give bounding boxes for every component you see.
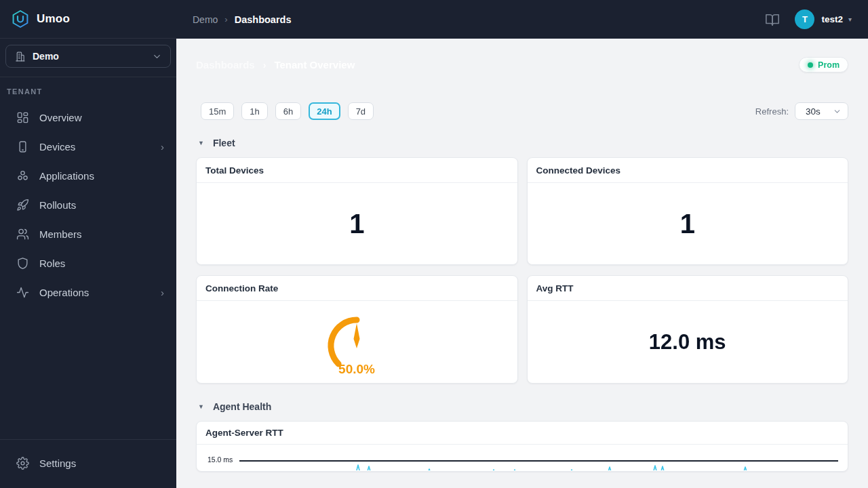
card-connection-rate: Connection Rate 50.0%: [196, 275, 518, 384]
datasource-badge: Prom: [799, 57, 848, 73]
card-body: 12.0 ms: [528, 301, 848, 383]
chevron-right-icon: ›: [161, 287, 164, 298]
card-title: Agent-Server RTT: [197, 422, 848, 445]
topbar: Demo › Dashboards T test2 ▾: [176, 0, 868, 39]
card-avg-rtt: Avg RTT 12.0 ms: [527, 275, 849, 384]
section-agent-health[interactable]: ▼ Agent Health: [196, 401, 848, 412]
sidebar-item-rollouts[interactable]: Rollouts: [0, 190, 176, 220]
user-name[interactable]: test2: [821, 14, 843, 24]
user-avatar[interactable]: T: [795, 9, 814, 29]
rtt-spark-path: [197, 465, 848, 470]
card-connected-devices: Connected Devices 1: [527, 157, 849, 265]
total-devices-value: 1: [349, 209, 364, 239]
breadcrumb-current: Dashboards: [235, 14, 292, 25]
collapse-triangle-icon[interactable]: ▼: [198, 403, 204, 410]
workspace-label: Demo: [33, 51, 145, 62]
sidebar-footer: Settings: [0, 439, 176, 488]
workspace-section: Demo: [0, 39, 176, 77]
tenant-section-label: TENANT: [0, 77, 176, 99]
users-icon: [16, 228, 30, 241]
docs-book-icon[interactable]: [765, 12, 780, 27]
boxes-icon: [16, 169, 30, 183]
time-range-15m[interactable]: 15m: [201, 102, 234, 120]
section-title: Fleet: [213, 138, 235, 148]
dashboard-grid-icon: [16, 111, 30, 125]
toolbar: 15m 1h 6h 24h 7d Refresh: 30s: [196, 102, 848, 120]
time-range-1h[interactable]: 1h: [241, 102, 267, 120]
card-body: 50.0%: [197, 301, 517, 383]
page-breadcrumb-parent[interactable]: Dashboards: [196, 59, 255, 70]
card-body: 1: [197, 183, 517, 264]
logo-row: Umoo: [0, 0, 176, 39]
sidebar-item-label: Operations: [39, 287, 151, 298]
card-title: Connection Rate: [197, 276, 517, 301]
gauge-needle: [354, 323, 360, 348]
refresh-control: Refresh: 30s: [755, 102, 848, 120]
rtt-line-chart: [197, 445, 848, 470]
datasource-badge-label: Prom: [818, 60, 840, 70]
connected-devices-value: 1: [680, 209, 695, 239]
sidebar-item-label: Applications: [39, 170, 164, 182]
time-range-7d[interactable]: 7d: [348, 102, 374, 120]
sidebar-item-label: Devices: [39, 141, 151, 152]
sidebar-item-operations[interactable]: Operations ›: [0, 278, 176, 307]
avg-rtt-value: 12.0 ms: [649, 330, 726, 354]
gauge-value: 50.0%: [338, 362, 375, 376]
time-range-6h[interactable]: 6h: [275, 102, 301, 120]
gear-icon: [16, 457, 30, 470]
app-title: Umoo: [37, 12, 70, 26]
refresh-interval-select[interactable]: 30s: [795, 102, 848, 120]
time-range-24h[interactable]: 24h: [309, 102, 340, 120]
sidebar-item-label: Settings: [39, 458, 164, 469]
activity-icon: [16, 286, 30, 300]
fleet-card-grid: Total Devices 1 Connected Devices 1 Conn…: [196, 157, 848, 384]
sidebar-item-settings[interactable]: Settings: [0, 449, 176, 478]
umoo-logo-icon: [12, 10, 29, 28]
sidebar-item-devices[interactable]: Devices ›: [0, 132, 176, 161]
sidebar-item-label: Roles: [39, 258, 164, 269]
sidebar-item-roles[interactable]: Roles: [0, 249, 176, 278]
connection-rate-gauge: 50.0%: [313, 306, 401, 378]
card-body: 1: [528, 183, 848, 264]
rtt-chart-area: 15.0 ms: [197, 445, 848, 470]
refresh-interval-value: 30s: [806, 106, 833, 117]
card-total-devices: Total Devices 1: [196, 157, 518, 265]
page-breadcrumb-separator: ›: [263, 60, 267, 70]
user-menu-caret-icon[interactable]: ▾: [848, 16, 852, 23]
card-title: Total Devices: [197, 158, 517, 183]
section-title: Agent Health: [213, 401, 271, 412]
refresh-label: Refresh:: [755, 106, 789, 117]
card-title: Avg RTT: [528, 276, 848, 301]
collapse-triangle-icon[interactable]: ▼: [198, 140, 204, 146]
section-fleet[interactable]: ▼ Fleet: [196, 138, 848, 148]
sidebar: Umoo Demo TENANT: [0, 0, 176, 488]
building-icon: [14, 51, 26, 62]
status-dot-icon: [808, 62, 813, 68]
chevron-down-icon: [152, 52, 162, 62]
sidebar-item-members[interactable]: Members: [0, 220, 176, 249]
chevron-right-icon: ›: [161, 142, 164, 152]
main-content: Dashboards › Tenant Overview Prom 15m 1h…: [176, 39, 868, 488]
workspace-selector[interactable]: Demo: [5, 45, 171, 68]
sidebar-item-applications[interactable]: Applications: [0, 161, 176, 190]
card-agent-server-rtt: Agent-Server RTT 15.0 ms: [196, 421, 848, 472]
rocket-icon: [16, 199, 30, 212]
sidebar-item-label: Overview: [39, 112, 164, 123]
chevron-down-icon: [833, 107, 842, 116]
page-breadcrumb: Dashboards › Tenant Overview Prom: [196, 57, 848, 73]
breadcrumb-separator: ›: [224, 14, 227, 24]
sidebar-item-label: Rollouts: [39, 199, 164, 211]
sidebar-nav: Overview Devices › Applications: [0, 103, 176, 307]
shield-icon: [16, 257, 30, 270]
time-range-group: 15m 1h 6h 24h 7d: [201, 102, 374, 120]
breadcrumb-parent[interactable]: Demo: [193, 14, 218, 25]
card-title: Connected Devices: [528, 158, 848, 183]
topbar-right: T test2 ▾: [765, 9, 852, 29]
page-breadcrumb-current: Tenant Overview: [274, 59, 355, 70]
sidebar-item-label: Members: [39, 228, 164, 240]
sidebar-item-overview[interactable]: Overview: [0, 103, 176, 132]
smartphone-icon: [16, 140, 30, 154]
